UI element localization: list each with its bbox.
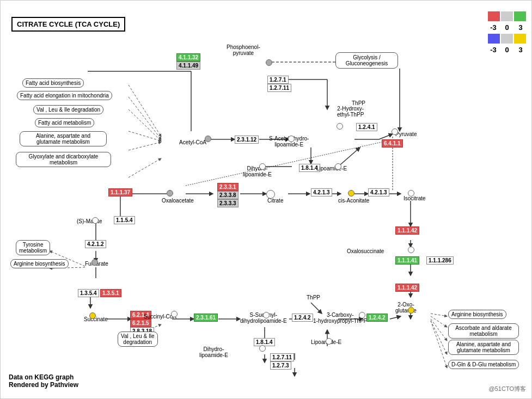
alanine-aspartate-box[interactable]: Alanine, aspartate and glutamate metabol… [20, 131, 107, 146]
enzyme-1-3-5-1: 1.3.5.1 [100, 289, 121, 297]
enzyme-4-2-1-3-2: 4.2.1.3 [368, 188, 389, 197]
fatty-acid-metabolism-box[interactable]: Fatty acid metabolism [35, 118, 94, 127]
svg-line-47 [431, 314, 447, 316]
enzyme-1-8-1-4-bot: 1.8.1.4 [254, 338, 275, 346]
enzyme-2-3-3-1: 2.3.3.1 [217, 183, 239, 191]
glyoxylate-box[interactable]: Glyoxylate and dicarboxylate metabolism [16, 152, 111, 167]
cis-aconitate-label: cis-Aconitate [338, 198, 369, 204]
thpp2-label: ThPP [307, 294, 320, 300]
svg-line-43 [129, 109, 161, 141]
pyruvate-node [392, 128, 398, 135]
val-leu-ile-deg2-box[interactable]: Val , Leu & Ile degradation [118, 332, 158, 347]
fumarate-node [91, 259, 98, 266]
enzyme-2-3-1-61: 2.3.1.61 [194, 314, 218, 322]
fatty-acid-biosynthesis-box[interactable]: Fatty acid biosynthesis [22, 78, 84, 88]
svg-line-49 [431, 319, 447, 341]
dihydro-lip-e2-label: Dihydro- lipoamide-E [199, 346, 228, 358]
d-gln-glu-box[interactable]: D-Gln & D-Glu metabolism [448, 360, 519, 369]
enzyme-1-2-7-11-top: 1.2.7.11 [267, 84, 291, 92]
legend-gray-box1 [501, 11, 513, 21]
enzyme-4-2-1-3-1: 4.2.1.3 [311, 188, 332, 197]
tyrosine-metabolism-box[interactable]: Tyrosine metabolism [16, 240, 50, 255]
dihydro-lip-e1-label: Dihydro- lipoamide-E [243, 165, 272, 177]
svg-line-10 [338, 148, 360, 167]
enzyme-1-2-7-11-bot: 1.2.7.11 [270, 353, 294, 361]
svg-line-44 [129, 131, 161, 141]
succinate-node [89, 312, 96, 319]
lipoamide-node1 [335, 163, 341, 170]
legend-green-box [514, 11, 526, 21]
svg-line-45 [129, 142, 161, 150]
legend-red-box [488, 11, 500, 21]
pyruvate-label: Pyruvate [395, 131, 417, 137]
svg-line-42 [129, 97, 161, 139]
cis-aconitate-node [348, 190, 354, 197]
enzyme-4-1-1-49: 4.1.1.49 [176, 62, 200, 70]
phosphoenol-pyruvate-node [266, 59, 272, 66]
s-acetyl-node [288, 136, 295, 142]
enzyme-1-1-5-4: 1.1.5.4 [114, 216, 135, 224]
enzyme-2-3-3-8: 2.3.3.8 [217, 191, 239, 199]
enzyme-1-3-5-4: 1.3.5.4 [78, 289, 99, 297]
enzyme-1-2-4-1: 1.2.4.1 [356, 123, 377, 131]
dihydro-node1 [259, 163, 266, 170]
footer: Data on KEGG graph Rendered by Pathview [9, 373, 78, 389]
enzyme-1-1-1-42-1: 1.1.1.42 [395, 226, 419, 235]
s-malate-node [92, 217, 99, 224]
acetyl-coa-node [205, 136, 211, 142]
two-oxo-node [408, 307, 414, 314]
svg-line-41 [129, 85, 161, 137]
glycolysis-box[interactable]: Glycolysis / Gluconeogenesis [335, 52, 398, 69]
svg-line-33 [390, 316, 401, 319]
legend-gray-box2 [501, 34, 513, 44]
oxalosuccinate-label: Oxalosuccinate [347, 248, 384, 254]
citrate-node [266, 190, 275, 199]
three-carboxy-node [359, 312, 365, 318]
val-leu-ile-deg1-box[interactable]: Val , Leu & Ile degradation [33, 105, 103, 114]
succinyl-coa-node [171, 311, 178, 317]
legend-blue-box [488, 34, 500, 44]
two-hydroxy-node [337, 123, 343, 130]
enzyme-4-2-1-2: 4.2.1.2 [85, 240, 106, 248]
succinate-label: Succinate [84, 316, 108, 322]
enzyme-1-2-7-1: 1.2.7.1 [267, 76, 289, 84]
enzyme-1-1-1-41: 1.1.1.41 [395, 256, 419, 265]
enzyme-1-2-4-2b: 1.2.4.2 [366, 314, 388, 322]
two-hydroxy-label: 2-Hydroxy- ethyl-ThPP [337, 106, 364, 118]
fatty-acid-elongation-box[interactable]: Fatty acid elongation in mitochondria [17, 91, 112, 100]
enzyme-1-1-1-42-2: 1.1.1.42 [395, 284, 419, 292]
arginine-biosynthesis1-box[interactable]: Arginine biosynthesis [10, 259, 69, 268]
legend: -3 0 3 -3 0 3 [488, 11, 526, 54]
isocitrate-label: Isocitrate [403, 195, 426, 201]
enzyme-2-3-3-3: 2.3.3.3 [217, 199, 239, 207]
svg-line-7 [379, 134, 393, 139]
svg-line-51 [431, 321, 447, 368]
phosphoenol-pyruvate-label: Phosphoenol- pyruvate [227, 44, 260, 56]
enzyme-6-4-1-1: 6.4.1.1 [382, 139, 403, 148]
enzyme-1-1-1-37: 1.1.1.37 [108, 188, 132, 197]
arginine-biosynthesis2-box[interactable]: Arginine biosynthesis [448, 310, 506, 319]
watermark: @51CTO博客 [489, 385, 526, 393]
enzyme-1-1-1-286: 1.1.1.286 [426, 256, 454, 265]
dihydro-node2 [259, 345, 266, 352]
enzyme-6-2-1-5: 6.2.1.5 [130, 319, 151, 327]
enzyme-1-2-4-2: 1.2.4.2 [292, 314, 313, 322]
oxaloacetate-node [167, 190, 173, 197]
svg-line-46 [129, 158, 161, 177]
diagram-title: CITRATE CYCLE (TCA CYCLE) [11, 17, 125, 32]
enzyme-2-3-1-12: 2.3.1.12 [235, 136, 259, 144]
alanine-aspartate2-box[interactable]: Alanine, aspartate and glutamate metabol… [448, 340, 519, 355]
enzyme-1-2-7-3: 1.2.7.3 [270, 361, 291, 370]
svg-line-50 [431, 321, 447, 354]
legend-yellow-box [514, 34, 526, 44]
enzyme-4-1-1-32: 4.1.1.32 [176, 53, 200, 62]
acetyl-coa-label: Acetyl-CoA [179, 139, 206, 145]
oxalosuccinate-node [408, 247, 414, 253]
lipoamide-node2 [326, 338, 332, 345]
ascorbate-box[interactable]: Ascorbate and aldarate metabolism [448, 323, 519, 339]
isocitrate-node [408, 190, 414, 197]
svg-line-57 [186, 142, 382, 186]
s-succinyl-node [263, 312, 270, 318]
main-diagram: CITRATE CYCLE (TCA CYCLE) -3 0 3 -3 0 3 … [0, 0, 532, 399]
oxaloacetate-label: Oxaloacetate [162, 198, 194, 204]
